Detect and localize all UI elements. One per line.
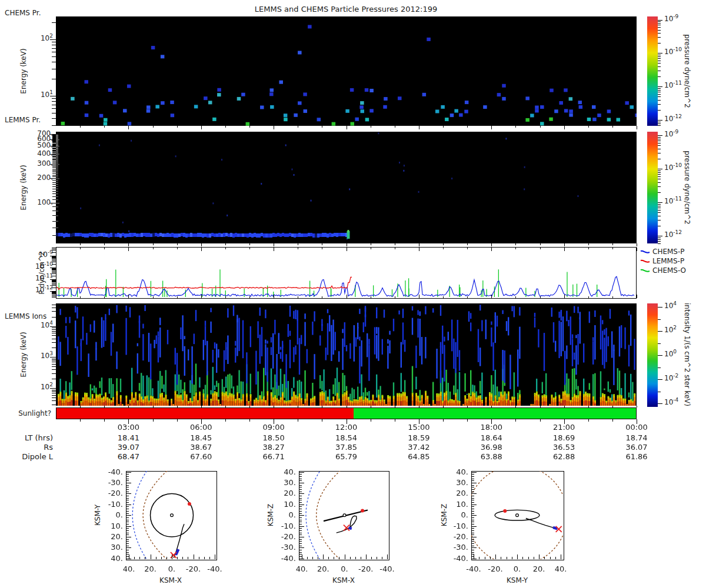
cb1-minor-tick: [658, 23, 661, 24]
orbit-xz-y-minor-tick: [299, 474, 302, 475]
orbit-xy-y-minor-tick: [126, 530, 129, 531]
orbit-yz-x-major-tick: [561, 554, 561, 559]
cb2-minor-tick: [658, 192, 661, 193]
orbit-xz-y-minor-tick: [299, 511, 302, 512]
p2-y-minor-tick: [52, 235, 56, 236]
p2-x-tick: [371, 243, 371, 245]
ephemeris-value: 61.86: [613, 452, 660, 461]
p3-x-tick-top: [612, 248, 613, 249]
orbit-yz-y-minor-tick: [472, 492, 474, 492]
orbit-yz-y-minor-tick: [472, 498, 474, 499]
cb2-minor-tick: [658, 182, 661, 183]
cb4-major-tick: [658, 379, 662, 380]
orbit-xy-y-minor-tick: [126, 498, 129, 499]
p4-x-tick: [201, 406, 202, 407]
cb1-major-tick: [658, 20, 662, 21]
orbit-xy-y-tick-label: 10.: [111, 522, 123, 530]
cb1-minor-tick: [658, 55, 661, 55]
p2-x-tick: [177, 243, 178, 245]
time-axis-tick: [515, 419, 516, 422]
orbit-xy-y-major-tick: [126, 505, 131, 505]
orbit-xz-y-minor-tick: [299, 522, 302, 522]
orbit-xy-x-major-tick: [194, 554, 194, 559]
orbit-xy-y-minor-tick: [126, 517, 129, 518]
p4-x-tick: [249, 406, 250, 407]
p4-x-tick: [322, 406, 322, 407]
ephemeris-row-label-rs: Rs: [44, 443, 53, 452]
ephemeris-value: 38.67: [178, 443, 225, 452]
orbit-yz-y-major-tick: [472, 483, 477, 483]
orbit-yz-y-minor-tick: [472, 522, 474, 522]
orbit-yz-y-minor-tick: [472, 530, 474, 531]
p2-y-minor-tick: [52, 169, 56, 170]
panel-label-sunlight: Sunlight?: [18, 409, 51, 417]
orbit-yz-x-minor-tick: [485, 557, 485, 559]
orbit-xz-x-minor-tick: [328, 557, 329, 559]
p1-x-tick: [491, 126, 492, 129]
cb2-minor-tick: [658, 141, 661, 141]
orbit-xy-y-minor-tick: [126, 506, 129, 507]
p3-x-tick-bottom: [467, 296, 468, 298]
p3-x-tick-bottom: [443, 296, 444, 298]
p3-x-tick-bottom: [515, 296, 516, 298]
orbit-yz-x-tick-label: -40.: [466, 564, 481, 573]
orbit-yz-y-major-tick: [472, 472, 477, 473]
orbit-xz-y-minor-tick: [299, 524, 302, 524]
p3-x-tick-top: [371, 248, 371, 249]
cb2-tick-label: 10-9: [664, 130, 678, 138]
p3-y-tick-label: 10-9: [39, 250, 53, 259]
cb4-tick-label: 100: [664, 350, 677, 358]
p4-y-minor-tick: [52, 369, 56, 370]
orbit-xz-y-minor-tick: [299, 539, 302, 540]
orbit-xz-y-minor-tick: [299, 502, 302, 503]
orbit-xz-y-minor-tick: [299, 552, 302, 553]
p4-x-tick: [225, 406, 226, 407]
orbit-xy-y-minor-tick: [126, 546, 129, 546]
p1-y-minor-tick: [52, 125, 56, 126]
cb2-minor-tick: [658, 137, 661, 138]
cb1-minor-tick: [658, 25, 661, 25]
ephemeris-value: 67.60: [178, 452, 225, 461]
orbit-xz-x-minor-tick: [377, 557, 377, 559]
p2-y-minor-tick: [52, 158, 56, 158]
orbit-xy-x-major-tick: [151, 554, 151, 559]
orbit-yz-y-minor-tick: [472, 528, 474, 529]
orbit-xz-x-minor-tick: [371, 557, 372, 559]
cb1-tick-label: 10-9: [664, 15, 678, 23]
p3-x-tick-top: [249, 248, 250, 249]
ephemeris-value: 64.85: [395, 452, 442, 461]
p2-x-tick: [443, 243, 444, 245]
p4-y-tick-label: 103: [41, 352, 53, 360]
p2-y-minor-tick: [52, 182, 56, 183]
orbit-xy-y-minor-tick: [126, 502, 129, 503]
legend-swatch-lemms-p: [640, 259, 650, 265]
orbit-plot-xy: [126, 471, 216, 559]
p1-x-tick: [104, 126, 105, 128]
p2-x-tick: [540, 243, 541, 245]
orbit-yz-y-minor-tick: [472, 487, 474, 487]
p2-x-tick: [491, 243, 492, 246]
p2-x-tick: [467, 243, 468, 245]
ephemeris-value: 37.85: [323, 443, 370, 452]
orbit-xy-y-major-tick: [126, 547, 131, 548]
orbit-xy-x-major-tick: [215, 554, 215, 559]
cb2-minor-tick: [658, 159, 661, 159]
orbit-xy-x-tick-label: 40.: [123, 564, 135, 573]
orbit-yz-y-tick-label: 0.: [461, 510, 468, 519]
orbit-yz-x-minor-tick: [534, 557, 534, 559]
legend-swatch-chems-o: [640, 268, 650, 274]
p4-x-tick: [395, 406, 395, 407]
orbit-xz-y-major-tick: [299, 483, 304, 483]
p2-x-tick: [201, 243, 202, 246]
orbit-xy-y-minor-tick: [126, 485, 129, 486]
orbit-yz-y-minor-tick: [472, 550, 474, 550]
p3-x-tick-bottom: [371, 296, 371, 298]
orbit-xy-y-minor-tick: [126, 480, 129, 481]
p2-y-minor-tick: [52, 211, 56, 211]
p3-x-tick-bottom: [153, 296, 154, 298]
ephemeris-value: 38.27: [250, 443, 297, 452]
p3-x-tick-top: [588, 248, 589, 249]
orbit-xy-y-minor-tick: [126, 476, 129, 477]
p1-x-tick: [395, 126, 395, 128]
orbit-xz-x-major-tick: [323, 554, 324, 559]
